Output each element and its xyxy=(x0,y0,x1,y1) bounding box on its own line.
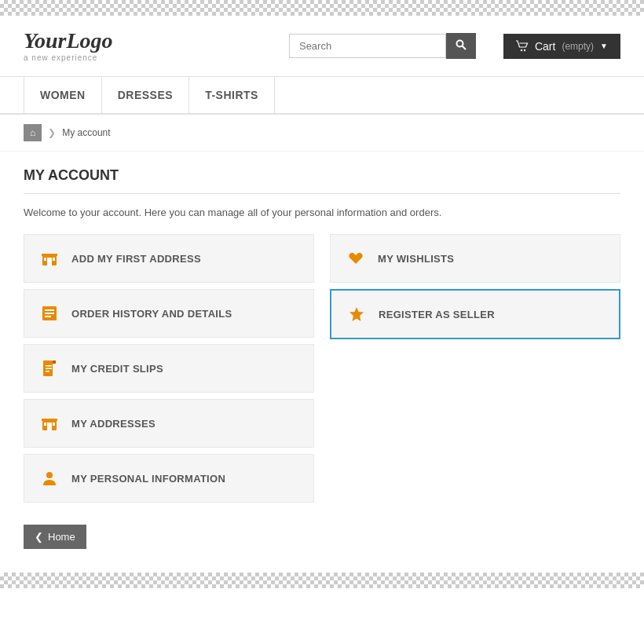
svg-rect-23 xyxy=(53,423,55,426)
svg-rect-6 xyxy=(47,258,52,265)
cart-status: (empty) xyxy=(562,41,594,52)
star-icon xyxy=(346,303,368,325)
person-icon xyxy=(38,467,60,489)
logo-area[interactable]: YourLogo a new experience xyxy=(24,30,113,62)
register-seller-label: REGISTER AS SELLER xyxy=(379,309,495,320)
search-icon xyxy=(456,39,467,50)
svg-point-3 xyxy=(524,49,525,50)
account-item-credit-slips[interactable]: MY CREDIT SLIPS xyxy=(24,344,314,393)
checker-bottom xyxy=(0,573,644,588)
cart-icon xyxy=(516,40,529,53)
svg-point-2 xyxy=(521,49,522,50)
credit-slips-label: MY CREDIT SLIPS xyxy=(71,363,163,375)
breadcrumb-current: My account xyxy=(62,127,110,138)
search-area xyxy=(289,33,476,59)
nav-item-tshirts[interactable]: T-SHIRTS xyxy=(189,77,275,113)
svg-rect-17 xyxy=(46,368,52,370)
account-grid: ADD MY FIRST ADDRESS ORDER HISTORY AND D… xyxy=(24,234,620,509)
svg-point-0 xyxy=(456,41,463,47)
page-title: MY ACCOUNT xyxy=(24,167,620,184)
account-item-register-seller[interactable]: REGISTER AS SELLER xyxy=(330,289,620,339)
list-icon xyxy=(38,302,60,324)
svg-rect-21 xyxy=(47,423,52,430)
home-arrow-icon: ❮ xyxy=(35,531,43,543)
breadcrumb: ⌂ ❯ My account xyxy=(0,115,644,152)
nav-bar: WOMEN DRESSES T-SHIRTS xyxy=(0,77,644,115)
header: YourLogo a new experience Cart (empty) ▼ xyxy=(0,16,644,77)
logo-subtitle: a new experience xyxy=(24,53,113,62)
home-icon: ⌂ xyxy=(30,127,35,138)
home-button-label: Home xyxy=(48,531,75,543)
svg-rect-8 xyxy=(53,258,55,261)
svg-rect-18 xyxy=(46,371,49,372)
account-item-add-address[interactable]: ADD MY FIRST ADDRESS xyxy=(24,234,314,283)
main-content: MY ACCOUNT Welcome to your account. Here… xyxy=(0,152,644,573)
account-item-my-addresses[interactable]: MY ADDRESSES xyxy=(24,399,314,448)
cart-button[interactable]: Cart (empty) ▼ xyxy=(503,34,620,59)
breadcrumb-home-icon[interactable]: ⌂ xyxy=(24,124,42,141)
title-divider xyxy=(24,193,620,194)
svg-rect-15 xyxy=(53,360,56,364)
svg-line-1 xyxy=(462,46,466,50)
left-column: ADD MY FIRST ADDRESS ORDER HISTORY AND D… xyxy=(24,234,314,509)
account-item-personal-info[interactable]: MY PERSONAL INFORMATION xyxy=(24,454,314,503)
svg-point-24 xyxy=(46,472,53,478)
cart-label: Cart xyxy=(535,40,555,53)
svg-rect-22 xyxy=(44,423,46,426)
svg-rect-7 xyxy=(44,258,46,261)
checker-top xyxy=(0,0,644,16)
svg-rect-16 xyxy=(46,365,52,367)
svg-marker-25 xyxy=(349,307,364,321)
order-history-label: ORDER HISTORY AND DETAILS xyxy=(71,308,232,320)
search-button[interactable] xyxy=(446,33,476,59)
svg-rect-10 xyxy=(45,309,54,311)
account-item-order-history[interactable]: ORDER HISTORY AND DETAILS xyxy=(24,289,314,338)
svg-rect-5 xyxy=(42,254,57,256)
cart-dropdown-arrow: ▼ xyxy=(600,42,608,50)
wishlists-label: MY WISHLISTS xyxy=(378,253,454,265)
logo-text: YourLogo xyxy=(24,30,113,52)
nav-item-women[interactable]: WOMEN xyxy=(24,77,102,113)
my-addresses-label: MY ADDRESSES xyxy=(71,418,156,430)
search-input[interactable] xyxy=(289,34,446,58)
welcome-message: Welcome to your account. Here you can ma… xyxy=(24,207,620,218)
svg-rect-20 xyxy=(42,419,57,421)
heart-icon xyxy=(345,247,367,269)
right-column: MY WISHLISTS REGISTER AS SELLER xyxy=(330,234,620,509)
building-icon xyxy=(38,247,60,269)
nav-item-dresses[interactable]: DRESSES xyxy=(102,77,189,113)
personal-info-label: MY PERSONAL INFORMATION xyxy=(71,473,225,485)
home-button[interactable]: ❮ Home xyxy=(24,525,86,549)
svg-rect-12 xyxy=(45,316,51,317)
account-item-wishlists[interactable]: MY WISHLISTS xyxy=(330,234,620,283)
add-address-label: ADD MY FIRST ADDRESS xyxy=(71,253,201,265)
building2-icon xyxy=(38,412,60,434)
svg-rect-11 xyxy=(45,313,54,314)
doc-icon xyxy=(38,357,60,379)
breadcrumb-separator: ❯ xyxy=(48,127,56,138)
